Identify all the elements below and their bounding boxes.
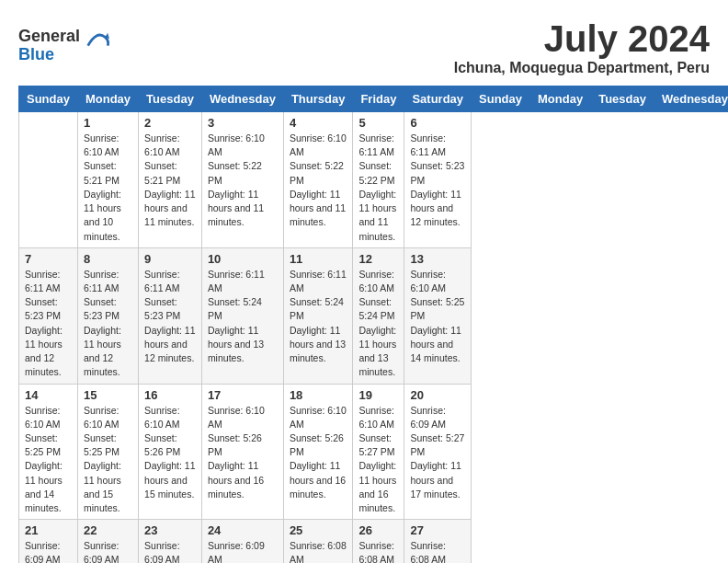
day-header-wednesday: Wednesday	[201, 86, 283, 112]
month-year-title: July 2024	[454, 18, 710, 60]
day-detail: Sunrise: 6:09 AMSunset: 5:28 PMDaylight:…	[208, 539, 278, 563]
day-detail: Sunrise: 6:10 AMSunset: 5:21 PMDaylight:…	[84, 132, 132, 244]
calendar-cell: 23Sunrise: 6:09 AMSunset: 5:28 PMDayligh…	[139, 520, 202, 563]
day-number: 13	[410, 252, 465, 266]
calendar-cell: 8Sunrise: 6:11 AMSunset: 5:23 PMDaylight…	[77, 247, 138, 384]
day-header-saturday: Saturday	[404, 86, 472, 112]
day-detail: Sunrise: 6:09 AMSunset: 5:27 PMDaylight:…	[84, 539, 132, 563]
day-detail: Sunrise: 6:10 AMSunset: 5:25 PMDaylight:…	[410, 268, 465, 366]
calendar-cell: 11Sunrise: 6:11 AMSunset: 5:24 PMDayligh…	[283, 247, 353, 384]
day-number: 7	[25, 252, 72, 266]
day-header-wednesday: Wednesday	[654, 86, 728, 112]
calendar-cell	[19, 112, 78, 248]
day-detail: Sunrise: 6:10 AMSunset: 5:26 PMDaylight:…	[290, 404, 347, 502]
day-number: 20	[410, 388, 465, 402]
calendar-week-row: 21Sunrise: 6:09 AMSunset: 5:27 PMDayligh…	[19, 520, 729, 563]
calendar-cell: 7Sunrise: 6:11 AMSunset: 5:23 PMDaylight…	[19, 247, 78, 384]
logo-blue-text: Blue	[18, 46, 80, 64]
calendar-cell: 3Sunrise: 6:10 AMSunset: 5:22 PMDaylight…	[201, 112, 283, 248]
day-detail: Sunrise: 6:10 AMSunset: 5:24 PMDaylight:…	[358, 268, 398, 380]
day-number: 4	[290, 116, 347, 130]
calendar-cell: 24Sunrise: 6:09 AMSunset: 5:28 PMDayligh…	[201, 520, 283, 563]
day-number: 12	[358, 252, 398, 266]
calendar-week-row: 7Sunrise: 6:11 AMSunset: 5:23 PMDaylight…	[19, 247, 729, 384]
day-number: 5	[358, 116, 398, 130]
calendar-cell: 10Sunrise: 6:11 AMSunset: 5:24 PMDayligh…	[201, 247, 283, 384]
day-number: 19	[358, 388, 398, 402]
logo: General Blue	[18, 28, 109, 64]
calendar-cell: 18Sunrise: 6:10 AMSunset: 5:26 PMDayligh…	[283, 384, 353, 520]
day-header-tuesday: Tuesday	[139, 86, 202, 112]
day-number: 27	[410, 523, 465, 537]
day-number: 6	[410, 116, 465, 130]
day-detail: Sunrise: 6:09 AMSunset: 5:27 PMDaylight:…	[410, 404, 465, 502]
day-header-monday: Monday	[530, 86, 591, 112]
calendar-cell: 25Sunrise: 6:08 AMSunset: 5:28 PMDayligh…	[283, 520, 353, 563]
logo-icon	[84, 29, 109, 54]
day-number: 24	[208, 523, 278, 537]
day-number: 23	[144, 523, 196, 537]
calendar-header-row: SundayMondayTuesdayWednesdayThursdayFrid…	[19, 86, 729, 112]
day-detail: Sunrise: 6:10 AMSunset: 5:22 PMDaylight:…	[290, 132, 347, 230]
day-header-thursday: Thursday	[283, 86, 353, 112]
title-area: July 2024 Ichuna, Moquegua Department, P…	[454, 18, 710, 76]
day-number: 21	[25, 523, 72, 537]
day-number: 9	[144, 252, 196, 266]
day-detail: Sunrise: 6:09 AMSunset: 5:28 PMDaylight:…	[144, 539, 196, 563]
calendar-table: SundayMondayTuesdayWednesdayThursdayFrid…	[18, 86, 728, 563]
day-number: 8	[84, 252, 132, 266]
calendar-cell: 17Sunrise: 6:10 AMSunset: 5:26 PMDayligh…	[201, 384, 283, 520]
day-detail: Sunrise: 6:10 AMSunset: 5:25 PMDaylight:…	[84, 404, 132, 516]
day-detail: Sunrise: 6:08 AMSunset: 5:29 PMDaylight:…	[358, 539, 398, 563]
day-detail: Sunrise: 6:10 AMSunset: 5:21 PMDaylight:…	[144, 132, 196, 230]
day-detail: Sunrise: 6:11 AMSunset: 5:23 PMDaylight:…	[144, 268, 196, 366]
day-detail: Sunrise: 6:08 AMSunset: 5:29 PMDaylight:…	[410, 539, 465, 563]
calendar-cell: 1Sunrise: 6:10 AMSunset: 5:21 PMDaylight…	[77, 112, 138, 248]
header: General Blue July 2024 Ichuna, Moquegua …	[18, 18, 710, 76]
day-detail: Sunrise: 6:11 AMSunset: 5:23 PMDaylight:…	[84, 268, 132, 380]
calendar-cell: 27Sunrise: 6:08 AMSunset: 5:29 PMDayligh…	[404, 520, 472, 563]
day-detail: Sunrise: 6:11 AMSunset: 5:22 PMDaylight:…	[358, 132, 398, 244]
calendar-cell: 15Sunrise: 6:10 AMSunset: 5:25 PMDayligh…	[77, 384, 138, 520]
day-number: 17	[208, 388, 278, 402]
day-detail: Sunrise: 6:11 AMSunset: 5:24 PMDaylight:…	[290, 268, 347, 366]
day-number: 25	[290, 523, 347, 537]
location-subtitle: Ichuna, Moquegua Department, Peru	[454, 60, 710, 76]
day-detail: Sunrise: 6:11 AMSunset: 5:23 PMDaylight:…	[25, 268, 72, 380]
day-number: 1	[84, 116, 132, 130]
day-detail: Sunrise: 6:10 AMSunset: 5:27 PMDaylight:…	[358, 404, 398, 516]
day-detail: Sunrise: 6:10 AMSunset: 5:26 PMDaylight:…	[208, 404, 278, 502]
day-number: 18	[290, 388, 347, 402]
day-detail: Sunrise: 6:08 AMSunset: 5:28 PMDaylight:…	[290, 539, 347, 563]
day-header-monday: Monday	[77, 86, 138, 112]
calendar-cell: 13Sunrise: 6:10 AMSunset: 5:25 PMDayligh…	[404, 247, 472, 384]
day-number: 10	[208, 252, 278, 266]
day-header-sunday: Sunday	[472, 86, 530, 112]
calendar-cell: 19Sunrise: 6:10 AMSunset: 5:27 PMDayligh…	[353, 384, 404, 520]
day-detail: Sunrise: 6:11 AMSunset: 5:23 PMDaylight:…	[410, 132, 465, 230]
calendar-cell: 2Sunrise: 6:10 AMSunset: 5:21 PMDaylight…	[139, 112, 202, 248]
calendar-cell: 16Sunrise: 6:10 AMSunset: 5:26 PMDayligh…	[139, 384, 202, 520]
day-number: 14	[25, 388, 72, 402]
day-number: 22	[84, 523, 132, 537]
calendar-week-row: 14Sunrise: 6:10 AMSunset: 5:25 PMDayligh…	[19, 384, 729, 520]
calendar-cell: 9Sunrise: 6:11 AMSunset: 5:23 PMDaylight…	[139, 247, 202, 384]
calendar-cell: 22Sunrise: 6:09 AMSunset: 5:27 PMDayligh…	[77, 520, 138, 563]
calendar-cell: 5Sunrise: 6:11 AMSunset: 5:22 PMDaylight…	[353, 112, 404, 248]
day-header-tuesday: Tuesday	[591, 86, 654, 112]
day-detail: Sunrise: 6:10 AMSunset: 5:22 PMDaylight:…	[208, 132, 278, 230]
day-number: 2	[144, 116, 196, 130]
day-header-friday: Friday	[353, 86, 404, 112]
day-detail: Sunrise: 6:10 AMSunset: 5:26 PMDaylight:…	[144, 404, 196, 502]
calendar-cell: 14Sunrise: 6:10 AMSunset: 5:25 PMDayligh…	[19, 384, 78, 520]
day-number: 26	[358, 523, 398, 537]
calendar-cell: 26Sunrise: 6:08 AMSunset: 5:29 PMDayligh…	[353, 520, 404, 563]
day-header-sunday: Sunday	[19, 86, 78, 112]
day-number: 16	[144, 388, 196, 402]
calendar-cell: 12Sunrise: 6:10 AMSunset: 5:24 PMDayligh…	[353, 247, 404, 384]
day-number: 3	[208, 116, 278, 130]
calendar-week-row: 1Sunrise: 6:10 AMSunset: 5:21 PMDaylight…	[19, 112, 729, 248]
calendar-cell: 21Sunrise: 6:09 AMSunset: 5:27 PMDayligh…	[19, 520, 78, 563]
day-detail: Sunrise: 6:09 AMSunset: 5:27 PMDaylight:…	[25, 539, 72, 563]
calendar-cell: 20Sunrise: 6:09 AMSunset: 5:27 PMDayligh…	[404, 384, 472, 520]
